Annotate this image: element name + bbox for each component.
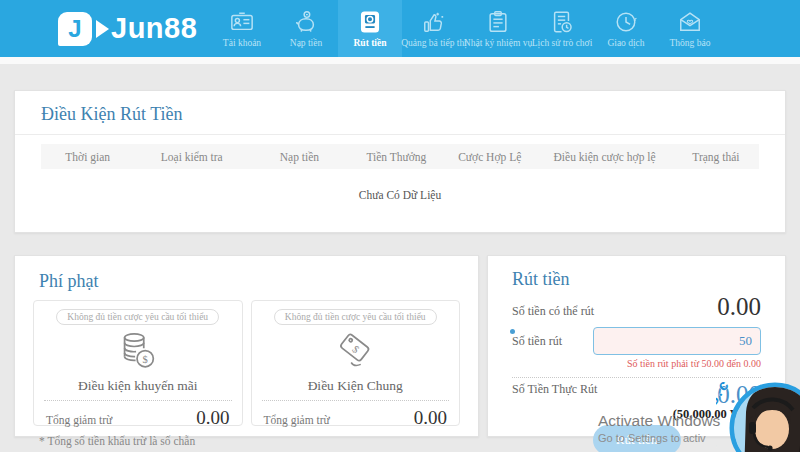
withdraw-title: Rút tiền xyxy=(488,256,785,293)
svg-text:$: $ xyxy=(142,354,147,365)
clipboard-icon xyxy=(486,9,510,35)
penalty-title: Phí phạt xyxy=(15,256,478,298)
withdraw-amount-input[interactable] xyxy=(593,327,761,355)
thumbs-up-icon xyxy=(422,9,446,35)
tab-label: Nhật ký nhiệm vụ xyxy=(464,38,532,48)
tab-giao-dich[interactable]: Giao dịch xyxy=(594,0,658,57)
withdraw-conditions-card: Điều Kiện Rút Tiền Thời gian Loại kiểm t… xyxy=(14,90,786,233)
penalty-box-label: Điều kiện khuyến mãi xyxy=(44,378,232,394)
required-marker xyxy=(510,329,515,334)
tab-tai-khoan[interactable]: Tài khoản xyxy=(210,0,274,57)
column-header: Điều kiện cược hợp lệ xyxy=(536,151,672,163)
column-header: Loại kiểm tra xyxy=(134,151,249,163)
total-deduction-label: Tổng giảm trừ xyxy=(46,414,112,426)
available-amount-value: 0.00 xyxy=(717,293,761,321)
tab-label: Thông báo xyxy=(670,38,711,48)
total-deduction-label: Tổng giảm trừ xyxy=(264,414,330,426)
tab-nap-tien[interactable]: Nạp tiền xyxy=(274,0,338,57)
svg-text:Jun88.c: Jun88.c xyxy=(716,375,733,452)
mail-icon xyxy=(678,9,702,35)
top-nav: J Jun88 Tài khoản Nạp tiền Rút tiền xyxy=(0,0,800,57)
tab-label: Giao dịch xyxy=(607,38,644,48)
coins-icon: $ xyxy=(44,328,232,376)
column-header: Trạng thái xyxy=(673,151,759,163)
penalty-box-label: Điều Kiện Chung xyxy=(262,378,450,394)
play-triangle-icon xyxy=(96,20,109,38)
support-contact-avatar[interactable]: Jun88.c xyxy=(716,372,800,452)
tab-rut-tien[interactable]: Rút tiền xyxy=(338,0,402,57)
tab-label: Rút tiền xyxy=(354,38,387,48)
divider xyxy=(15,134,785,135)
tab-quang-ba-tiep-thi[interactable]: Quảng bá tiếp thị xyxy=(402,0,466,57)
conditions-title: Điều Kiện Rút Tiền xyxy=(15,91,785,134)
available-amount-label: Số tiền có thể rút xyxy=(512,304,594,319)
jun88-logo-mark-icon: J xyxy=(58,12,92,46)
price-tag-icon: $ xyxy=(262,328,450,376)
jun88-logo[interactable]: J Jun88 xyxy=(58,12,197,46)
total-deduction-value: 0.00 xyxy=(414,407,447,429)
tab-label: Quảng bá tiếp thị xyxy=(401,38,467,48)
penalty-badge: Không đủ tiền cược yêu cầu tối thiểu xyxy=(56,309,219,325)
actual-amount-label: Số Tiền Thực Rút xyxy=(512,382,597,397)
column-header: Cược Hợp Lệ xyxy=(443,151,536,163)
tab-label: Tài khoản xyxy=(223,38,261,48)
nav-tabs: Tài khoản Nạp tiền Rút tiền Quảng bá tiế… xyxy=(210,0,722,57)
promotion-condition-box: Không đủ tiền cược yêu cầu tối thiểu $ Đ… xyxy=(33,300,243,426)
avatar-watermark-text: Jun88.c xyxy=(716,375,733,452)
piggy-bank-icon xyxy=(294,9,318,35)
empty-state-text: Chưa Có Dữ Liệu xyxy=(15,189,785,201)
column-header: Tiền Thưởng xyxy=(350,151,443,163)
logo-text: Jun88 xyxy=(111,12,197,45)
conditions-table-header: Thời gian Loại kiểm tra Nạp tiền Tiền Th… xyxy=(41,144,759,169)
general-condition-box: Không đủ tiền cược yêu cầu tối thiểu $ Đ… xyxy=(251,300,461,426)
tab-nhat-ky-nhiem-vu[interactable]: Nhật ký nhiệm vụ xyxy=(466,0,530,57)
amount-range-hint: Số tiền rút phải từ 50.00 đến 0.00 xyxy=(488,358,785,369)
withdraw-amount-label: Số tiền rút xyxy=(512,334,562,349)
column-header: Thời gian xyxy=(41,151,134,163)
total-deduction-value: 0.00 xyxy=(196,407,229,429)
clock-icon xyxy=(614,9,638,35)
document-clock-icon xyxy=(550,9,574,35)
tab-label: Nạp tiền xyxy=(290,38,322,48)
id-card-icon xyxy=(230,9,254,35)
tab-lich-su-tro-choi[interactable]: Lịch sử trò chơi xyxy=(530,0,594,57)
atm-withdraw-icon xyxy=(358,9,382,35)
penalty-footnote: * Tổng số tiền khấu trừ là số chẵn xyxy=(39,435,454,447)
svg-text:$: $ xyxy=(351,343,362,355)
header-divider xyxy=(0,57,800,64)
column-header: Nạp tiền xyxy=(249,151,350,163)
tab-thong-bao[interactable]: Thông báo xyxy=(658,0,722,57)
penalty-card: Phí phạt Không đủ tiền cược yêu cầu tối … xyxy=(14,255,479,437)
penalty-badge: Không đủ tiền cược yêu cầu tối thiểu xyxy=(274,309,437,325)
tab-label: Lịch sử trò chơi xyxy=(532,38,593,48)
activate-windows-watermark: Activate Windows Go to Settings to activ xyxy=(598,412,720,444)
support-agent-image xyxy=(732,385,800,452)
